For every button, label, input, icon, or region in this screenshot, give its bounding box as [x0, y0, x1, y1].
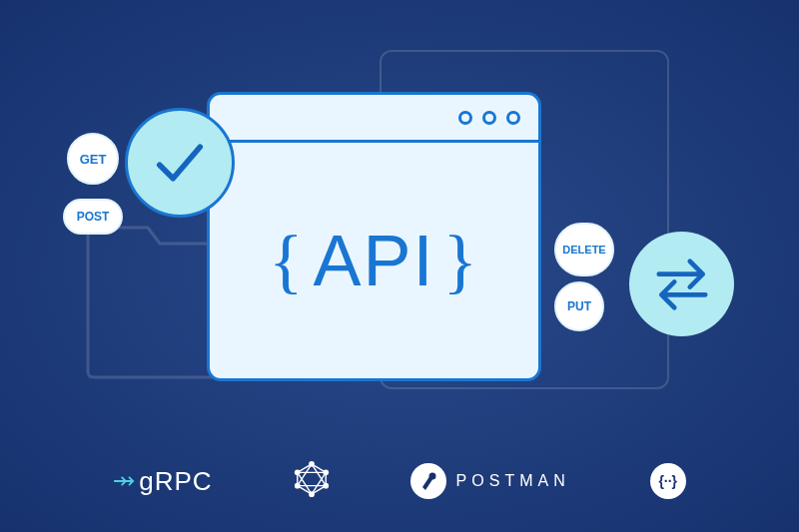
svg-point-4 [295, 483, 301, 489]
postman-text: POSTMAN [456, 472, 570, 490]
svg-point-6 [428, 473, 435, 480]
svg-point-0 [309, 461, 315, 467]
postman-circle-icon [410, 463, 446, 499]
method-label: GET [80, 152, 107, 167]
checkmark-circle [125, 108, 235, 218]
postman-logo: POSTMAN [410, 463, 570, 499]
method-label: PUT [567, 299, 591, 313]
window-title-bar [210, 95, 538, 143]
postman-icon [416, 469, 440, 493]
window-control-dot [458, 111, 472, 125]
window-control-dot [482, 111, 496, 125]
check-icon [153, 136, 207, 190]
brace-open-icon: { [269, 220, 306, 302]
swagger-logo: {··} [650, 463, 686, 499]
api-window: { API } [207, 92, 541, 381]
api-heading: { API } [210, 143, 538, 378]
brace-close-icon: } [443, 220, 480, 302]
grpc-arrow-icon [113, 470, 135, 492]
swap-circle [629, 232, 734, 336]
api-text: API [313, 220, 434, 301]
svg-point-2 [323, 483, 329, 489]
grpc-logo: gRPC [113, 466, 212, 497]
method-label: POST [77, 210, 110, 224]
swap-arrows-icon [651, 254, 713, 315]
method-badge-put: PUT [554, 281, 604, 331]
method-badge-delete: DELETE [554, 223, 614, 276]
svg-point-1 [323, 470, 329, 476]
tool-logos-row: gRPC POSTMAN {··} [0, 460, 799, 502]
grpc-text: gRPC [139, 466, 212, 497]
window-control-dot [506, 111, 520, 125]
svg-point-5 [295, 470, 301, 476]
method-badge-post: POST [63, 199, 123, 235]
graphql-logo [293, 460, 331, 502]
method-badge-get: GET [67, 133, 119, 185]
method-label: DELETE [562, 244, 605, 256]
svg-point-3 [309, 491, 315, 497]
swagger-text: {··} [658, 473, 677, 489]
graphql-icon [293, 460, 331, 498]
